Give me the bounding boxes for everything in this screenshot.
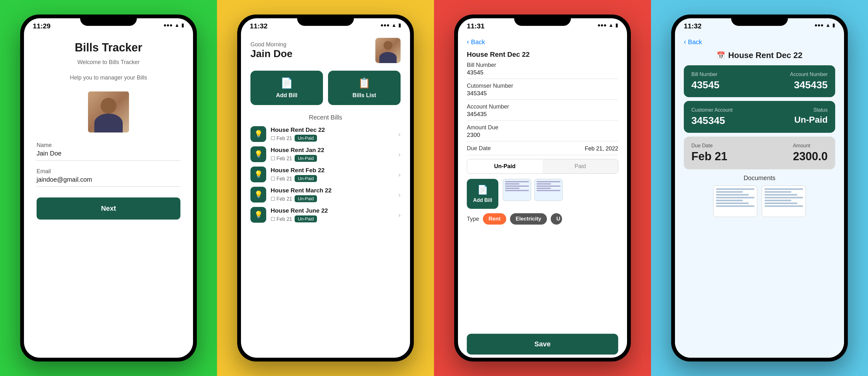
doc-card-line: [765, 202, 797, 204]
bill-number-field: Bill Number 43545: [467, 62, 618, 79]
doc-line: [536, 181, 560, 182]
doc-card-line: [765, 205, 803, 207]
bill-status-3: Un-Paid: [294, 195, 317, 202]
bill-chevron-2: ›: [398, 171, 401, 178]
doc-line: [536, 183, 551, 185]
amount-due-value[interactable]: 2300: [467, 131, 618, 141]
add-bill-large-label: Add Bill: [473, 197, 492, 203]
bill-edit-title: House Rent Dec 22: [467, 51, 618, 59]
customer-number-field: Cutomser Number 345345: [467, 83, 618, 100]
due-date-view-value: Feb 21: [691, 150, 727, 163]
name-label: Name: [37, 142, 180, 149]
doc-card-2[interactable]: [762, 186, 806, 217]
list-item[interactable]: 💡 House Rent March 22 ☐ Feb 21 Un-Paid ›: [250, 187, 401, 202]
phone-4: 11:32 ●●● ▲ ▮ ‹ Back 📅 House Rent Dec 22: [671, 14, 848, 362]
add-bill-section: 📄 Add Bill: [467, 179, 618, 209]
bill-name-1: House Rent Jan 22: [271, 147, 394, 154]
account-number-card-value: 345435: [794, 79, 828, 91]
status-col: Status Un-Paid: [794, 107, 828, 126]
email-value: jaindoe@gmail.com: [37, 176, 180, 187]
type-chip-electricity[interactable]: Electricity: [510, 213, 547, 225]
doc-card-line: [765, 197, 803, 198]
calendar-icon: 📅: [717, 52, 725, 60]
amount-view-value: 2300.0: [793, 150, 828, 163]
account-number-label-edit: Account Number: [467, 103, 618, 110]
account-number-card-label: Account Number: [790, 72, 828, 77]
doc-card-line: [716, 197, 754, 198]
notch-3: [514, 14, 571, 26]
dashboard-header: Good Morning Jain Doe: [250, 38, 401, 63]
type-chip-more: U: [551, 213, 562, 225]
doc-line: [536, 186, 560, 187]
bill-icon-4: 💡: [250, 207, 266, 223]
back-chevron-edit: ‹: [467, 38, 469, 46]
wifi-icon-2: ▲: [392, 22, 397, 28]
bill-date-0: ☐ Feb 21: [271, 135, 292, 141]
doc-card-1[interactable]: [713, 186, 757, 217]
panel-dashboard: 11:32 ●●● ▲ ▮ Good Morning Jain Doe: [217, 0, 434, 376]
add-bill-large-button[interactable]: 📄 Add Bill: [467, 179, 498, 209]
doc-previews: [503, 179, 563, 201]
bill-icon-2: 💡: [250, 166, 266, 182]
wifi-icon-4: ▲: [826, 22, 831, 28]
due-date-amount-card: Due Date Feb 21 Amount 2300.0: [684, 136, 835, 169]
list-item[interactable]: 💡 House Rent Feb 22 ☐ Feb 21 Un-Paid ›: [250, 166, 401, 182]
battery-icon: ▮: [181, 22, 184, 28]
bill-chevron-4: ›: [398, 211, 401, 219]
bill-view-title: House Rent Dec 22: [728, 51, 803, 60]
list-item[interactable]: 💡 House Rent June 22 ☐ Feb 21 Un-Paid ›: [250, 207, 401, 223]
bill-status-2: Un-Paid: [294, 175, 317, 182]
status-icons-1: ●●● ▲ ▮: [163, 22, 184, 28]
next-button[interactable]: Next: [37, 197, 180, 220]
bills-list-button[interactable]: 📋 Bills List: [328, 71, 401, 105]
bill-name-4: House Rent June 22: [271, 207, 394, 214]
bill-date-3: ☐ Feb 21: [271, 196, 292, 202]
app-title: Bills Tracker: [75, 41, 142, 54]
wifi-icon: ▲: [175, 22, 180, 28]
documents-section-title: Documents: [684, 175, 835, 182]
bill-name-2: House Rent Feb 22: [271, 167, 394, 174]
list-item[interactable]: 💡 House Rent Jan 22 ☐ Feb 21 Un-Paid ›: [250, 146, 401, 162]
status-card-value: Un-Paid: [794, 115, 828, 125]
save-button[interactable]: Save: [467, 334, 618, 354]
wifi-icon-3: ▲: [609, 22, 614, 28]
type-chip-rent[interactable]: Rent: [483, 213, 506, 225]
add-bill-large-icon: 📄: [477, 185, 488, 195]
welcome-screen: Bills Tracker Welcome to Bills Tracker H…: [24, 35, 193, 358]
back-label-view[interactable]: Back: [688, 38, 702, 46]
customer-account-value: 345345: [691, 115, 725, 126]
amount-col-view: Amount 2300.0: [793, 143, 828, 163]
screen-1-content: Bills Tracker Welcome to Bills Tracker H…: [24, 35, 193, 358]
bill-number-card-label: Bill Number: [691, 72, 718, 77]
doc-preview-2: [534, 179, 563, 201]
status-icons-4: ●●● ▲ ▮: [814, 22, 835, 28]
list-item[interactable]: 💡 House Rent Dec 22 ☐ Feb 21 Un-Paid ›: [250, 126, 401, 142]
payment-toggle: Un-Paid Paid: [467, 159, 618, 174]
status-time-1: 11:29: [33, 22, 51, 30]
battery-icon-2: ▮: [398, 22, 401, 28]
status-time-2: 11:32: [250, 22, 268, 30]
battery-icon-4: ▮: [832, 22, 835, 28]
back-label-edit[interactable]: Back: [471, 38, 485, 46]
due-date-view-label: Due Date: [691, 143, 727, 149]
bill-status-1: Un-Paid: [294, 155, 317, 162]
action-buttons: 📄 Add Bill 📋 Bills List: [250, 71, 401, 105]
unpaid-tab[interactable]: Un-Paid: [467, 159, 542, 174]
user-avatar-welcome: [88, 92, 129, 132]
doc-card-line: [716, 191, 743, 193]
account-number-field-edit: Account Number 345435: [467, 103, 618, 121]
bill-status-4: Un-Paid: [294, 215, 317, 222]
avatar-image: [88, 92, 129, 132]
doc-card-line: [765, 188, 803, 190]
bill-number-label: Bill Number: [467, 62, 618, 68]
notch-4: [731, 14, 788, 26]
status-time-3: 11:31: [467, 22, 485, 30]
view-title-row: 📅 House Rent Dec 22: [684, 51, 835, 60]
paid-tab[interactable]: Paid: [542, 159, 618, 174]
add-bill-button[interactable]: 📄 Add Bill: [250, 71, 323, 105]
amount-due-field: Amount Due 2300: [467, 124, 618, 141]
signal-icon-3: ●●●: [597, 22, 607, 28]
signal-icon: ●●●: [163, 22, 173, 28]
back-row-edit: ‹ Back: [467, 38, 618, 46]
screen-2-content: Good Morning Jain Doe 📄 Add Bill 📋 Bills: [241, 35, 410, 358]
